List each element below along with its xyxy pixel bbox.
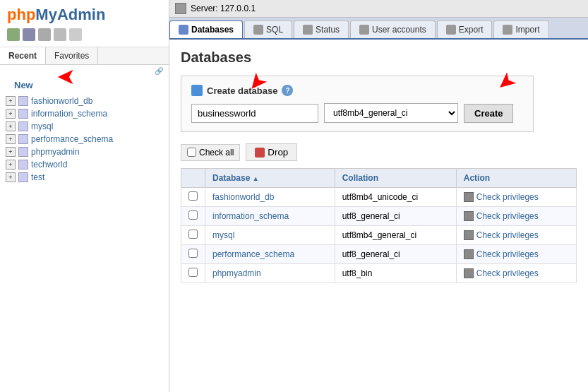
tree-item-performance[interactable]: + performance_schema	[0, 133, 169, 145]
row-db-name: performance_schema	[205, 245, 335, 264]
row-checkbox[interactable]	[188, 268, 198, 277]
collation-select[interactable]: utf8mb4_general_ci	[324, 103, 458, 123]
check-privileges-link[interactable]: Check privileges	[464, 230, 569, 240]
row-action: Check privileges	[456, 226, 576, 245]
sidebar-tree: + fashionworld_db + information_schema +…	[0, 93, 169, 392]
check-privileges-link[interactable]: Check privileges	[464, 268, 569, 278]
drop-button[interactable]: Drop	[246, 143, 297, 161]
logo-php: php	[7, 6, 35, 23]
db-icon	[18, 96, 28, 106]
row-db-name: information_schema	[205, 207, 335, 226]
settings-icon[interactable]	[38, 28, 51, 41]
check-privileges-link[interactable]: Check privileges	[464, 211, 569, 221]
row-db-name: fashionworld_db	[205, 188, 335, 207]
table-row: phpmyadmin utf8_bin Check privileges	[181, 264, 577, 283]
create-db-header: Create database ?	[191, 85, 523, 96]
check-privileges-link[interactable]: Check privileges	[464, 249, 569, 259]
db-name-link[interactable]: fashionworld_db	[212, 192, 274, 202]
tree-toggle[interactable]: +	[6, 134, 16, 144]
new-item-container: New ➤	[0, 77, 169, 93]
row-collation: utf8_bin	[335, 264, 456, 283]
db-name-link[interactable]: phpmyadmin	[212, 268, 261, 278]
row-checkbox-cell	[181, 226, 205, 245]
row-collation: utf8mb4_unicode_ci	[335, 188, 456, 207]
content-area: Databases Create database ? utf8mb4_gene…	[169, 40, 588, 392]
row-action: Check privileges	[456, 207, 576, 226]
logo: phpMyAdmin	[7, 6, 162, 24]
db-icon	[18, 109, 28, 119]
privileges-icon	[464, 268, 474, 278]
tree-toggle[interactable]: +	[6, 96, 16, 106]
check-privileges-link[interactable]: Check privileges	[464, 192, 569, 202]
tree-item-fashionworld[interactable]: + fashionworld_db	[0, 95, 169, 107]
row-action: Check privileges	[456, 264, 576, 283]
row-checkbox-cell	[181, 264, 205, 283]
tab-recent[interactable]: Recent	[0, 47, 46, 64]
tab-export[interactable]: Export	[437, 20, 493, 38]
check-all-checkbox[interactable]	[187, 148, 196, 157]
db-icon	[18, 172, 28, 182]
tree-toggle[interactable]: +	[6, 109, 16, 119]
tab-user-accounts-label: User accounts	[372, 25, 426, 35]
row-checkbox[interactable]	[188, 230, 198, 239]
recent-icon[interactable]	[23, 28, 35, 41]
refresh-icon[interactable]	[69, 28, 82, 41]
row-checkbox[interactable]	[188, 249, 198, 258]
sidebar-new[interactable]: New	[0, 77, 169, 93]
tab-status-label: Status	[316, 25, 340, 35]
page-title: Databases	[181, 49, 577, 66]
db-name-link[interactable]: information_schema	[212, 211, 289, 221]
sidebar: phpMyAdmin Recent Favorites 🔗 New ➤ + fa…	[0, 0, 169, 392]
sql-icon	[253, 25, 263, 35]
config-icon[interactable]	[54, 28, 66, 41]
row-collation: utf8mb4_general_ci	[335, 226, 456, 245]
tree-item-test[interactable]: + test	[0, 171, 169, 184]
drop-label: Drop	[268, 147, 288, 158]
tree-item-information[interactable]: + information_schema	[0, 107, 169, 120]
privileges-icon	[464, 192, 474, 202]
tree-item-phpmyadmin[interactable]: + phpmyadmin	[0, 145, 169, 158]
db-icon	[18, 160, 28, 170]
tree-toggle[interactable]: +	[6, 160, 16, 170]
sidebar-toolbar	[7, 28, 162, 41]
logo-myadmin: MyAdmin	[35, 6, 105, 23]
tab-sql[interactable]: SQL	[244, 20, 292, 38]
col-database[interactable]: Database ▲	[205, 169, 335, 188]
db-name-input[interactable]	[191, 104, 318, 123]
table-row: information_schema utf8_general_ci Check…	[181, 207, 577, 226]
create-button[interactable]: Create	[464, 104, 513, 123]
row-checkbox[interactable]	[188, 191, 198, 201]
db-name-link[interactable]: mysql	[212, 230, 234, 240]
tab-user-accounts[interactable]: User accounts	[350, 20, 436, 38]
help-icon[interactable]: ?	[282, 85, 293, 96]
tab-status[interactable]: Status	[294, 20, 349, 38]
tree-toggle[interactable]: +	[6, 172, 16, 182]
check-all-label[interactable]: Check all	[181, 144, 240, 161]
tree-toggle[interactable]: +	[6, 147, 16, 157]
db-name-link[interactable]: performance_schema	[212, 249, 294, 259]
tree-item-techworld[interactable]: + techworld	[0, 158, 169, 171]
tree-item-mysql[interactable]: + mysql	[0, 120, 169, 133]
drop-icon	[255, 148, 265, 158]
databases-table: Database ▲ Collation Action fashionworld…	[181, 168, 577, 283]
row-collation: utf8_general_ci	[335, 245, 456, 264]
db-controls: Check all Drop	[181, 143, 577, 161]
tab-favorites[interactable]: Favorites	[46, 47, 98, 64]
row-action: Check privileges	[456, 188, 576, 207]
tab-import[interactable]: Import	[493, 20, 548, 38]
row-checkbox[interactable]	[188, 210, 198, 220]
tab-databases[interactable]: Databases	[169, 20, 243, 38]
arrow-new: ➤	[56, 64, 76, 91]
db-icon	[18, 121, 28, 131]
databases-icon	[179, 25, 188, 35]
tab-databases-label: Databases	[191, 25, 234, 35]
tree-toggle[interactable]: +	[6, 121, 16, 131]
db-icon	[18, 147, 28, 157]
home-icon[interactable]	[7, 28, 20, 41]
table-row: performance_schema utf8_general_ci Check…	[181, 245, 577, 264]
row-collation: utf8_general_ci	[335, 207, 456, 226]
col-database-label: Database	[212, 173, 250, 183]
import-icon	[503, 25, 512, 35]
tab-sql-label: SQL	[266, 25, 283, 35]
status-icon	[303, 25, 313, 35]
